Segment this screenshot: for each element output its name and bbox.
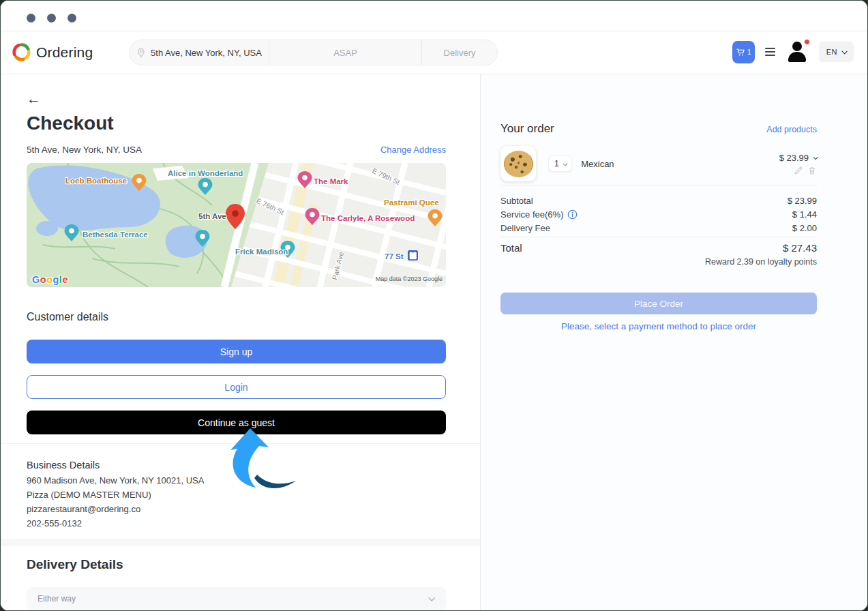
- window-titlebar: [1, 1, 867, 31]
- quantity-selector[interactable]: 1: [548, 155, 572, 172]
- chevron-down-icon: [563, 161, 567, 165]
- avatar-icon-body: [788, 52, 806, 62]
- place-order-button[interactable]: Place Order: [500, 293, 817, 314]
- window-dot-3[interactable]: [68, 14, 76, 23]
- business-phone: 202-555-0132: [27, 518, 82, 528]
- order-summary: Your order Add products 1 Mexican $ 23.9…: [481, 74, 867, 610]
- delivery-fee-row: Delivery Fee $ 2.00: [500, 221, 817, 235]
- google-logo: Google: [32, 274, 68, 285]
- info-icon[interactable]: [567, 209, 578, 220]
- map[interactable]: E 79th St E 76th St Park Ave: [27, 163, 446, 287]
- map-label-pastrami: Pastrami Quee: [384, 198, 439, 207]
- chevron-down-icon: [428, 595, 435, 601]
- delivery-option-select[interactable]: Either way: [27, 587, 446, 610]
- total-row: Total $ 27.43: [500, 242, 817, 254]
- header-order-type-button[interactable]: Delivery: [422, 40, 497, 65]
- ordering-logo-icon: [12, 43, 31, 61]
- language-selector[interactable]: EN: [819, 42, 854, 62]
- signup-button[interactable]: Sign up: [27, 340, 446, 363]
- notification-dot: [804, 39, 810, 45]
- service-fee-label: Service fee(6%): [500, 209, 563, 220]
- map-label-frick: Frick Madison: [235, 248, 288, 256]
- map-label-bethesda: Bethesda Terrace: [83, 230, 148, 239]
- summary-divider: [500, 237, 817, 237]
- back-button[interactable]: ←: [27, 91, 41, 107]
- business-address: 960 Madison Ave, New York, NY 10021, USA: [27, 475, 204, 486]
- continue-as-guest-button[interactable]: Continue as guest: [27, 411, 446, 434]
- map-label-loeb: Loeb Boathouse: [65, 177, 127, 185]
- app-header: Ordering 5th Ave, New York, NY, USA ASAP…: [1, 32, 867, 74]
- map-label-77st: 77 St: [385, 252, 404, 260]
- header-schedule-label: ASAP: [333, 48, 357, 58]
- map-label-5th-ave: 5th Ave: [198, 212, 226, 220]
- window-dot-1[interactable]: [27, 14, 35, 23]
- map-label-alice: Alice in Wonderland: [168, 169, 243, 177]
- chevron-down-icon: [841, 48, 847, 54]
- delete-icon[interactable]: [807, 166, 817, 175]
- business-details-heading: Business Details: [27, 460, 100, 471]
- cart-button[interactable]: 1: [732, 41, 755, 63]
- business-name: Pizza (DEMO MASTER MENU): [27, 490, 151, 500]
- map-label-carlyle: The Carlyle, A Rosewood: [321, 214, 415, 222]
- menu-button[interactable]: [765, 48, 775, 57]
- add-products-link[interactable]: Add products: [766, 125, 817, 134]
- header-address-button[interactable]: 5th Ave, New York, NY, USA: [130, 40, 269, 65]
- total-value: $ 27.43: [783, 242, 817, 254]
- product-price-toggle[interactable]: $ 23.99: [779, 153, 817, 163]
- avatar-icon: [792, 42, 802, 51]
- business-email: pizzarestaurant@ordering.co: [27, 504, 140, 514]
- brand-name: Ordering: [36, 44, 93, 61]
- brand-logo[interactable]: Ordering: [12, 43, 93, 61]
- map-subway-badge: M: [408, 250, 418, 260]
- location-pin-icon: [136, 48, 146, 57]
- language-label: EN: [826, 48, 837, 56]
- login-button[interactable]: Login: [27, 375, 446, 399]
- subtotal-row: Subtotal $ 23.99: [500, 194, 817, 207]
- section-divider: [1, 443, 480, 444]
- delivery-address-text: 5th Ave, New York, NY, USA: [27, 145, 142, 155]
- page-title: Checkout: [27, 113, 114, 134]
- delivery-details-heading: Delivery Details: [27, 557, 123, 572]
- payment-method-note: Please, select a payment method to place…: [500, 321, 817, 331]
- service-fee-row: Service fee(6%) $ 1.44: [500, 207, 817, 221]
- delivery-fee-label: Delivery Fee: [500, 223, 550, 233]
- cart-icon: [736, 47, 746, 57]
- product-price: $ 23.99: [779, 153, 809, 163]
- edit-icon[interactable]: [794, 166, 803, 175]
- map-attribution: Map data ©2023 Google: [376, 275, 443, 282]
- header-actions: 1 EN: [732, 40, 854, 63]
- delivery-option-value: Either way: [38, 594, 76, 603]
- total-label: Total: [500, 242, 522, 254]
- header-search-pill: 5th Ave, New York, NY, USA ASAP Delivery: [129, 40, 498, 65]
- subtotal-value: $ 23.99: [788, 196, 817, 206]
- header-schedule-button[interactable]: ASAP: [269, 40, 422, 65]
- customer-details-heading: Customer details: [27, 311, 108, 323]
- quantity-value: 1: [554, 159, 559, 168]
- chevron-down-icon: [813, 155, 818, 160]
- pizza-image: [504, 151, 533, 177]
- product-image: [500, 146, 536, 181]
- window-dot-2[interactable]: [47, 14, 56, 23]
- product-name: Mexican: [581, 159, 614, 169]
- loyalty-reward-text: Reward 2.39 on loyalty points: [500, 257, 817, 267]
- summary-divider: [500, 185, 817, 185]
- subtotal-label: Subtotal: [500, 196, 533, 206]
- browser-window: Ordering 5th Ave, New York, NY, USA ASAP…: [0, 0, 868, 611]
- delivery-fee-value: $ 2.00: [792, 223, 817, 233]
- change-address-link[interactable]: Change Address: [380, 145, 446, 155]
- your-order-heading: Your order: [500, 122, 554, 136]
- map-label-the-mark: The Mark: [314, 177, 348, 185]
- cart-count-badge: 1: [747, 48, 751, 56]
- header-address-label: 5th Ave, New York, NY, USA: [151, 48, 262, 58]
- cart-item-row: 1 Mexican $ 23.99: [500, 145, 817, 183]
- service-fee-value: $ 1.44: [792, 209, 817, 220]
- section-band: [1, 539, 480, 546]
- svg-text:M: M: [410, 252, 416, 260]
- profile-button[interactable]: [785, 40, 809, 63]
- header-order-type-label: Delivery: [444, 48, 476, 58]
